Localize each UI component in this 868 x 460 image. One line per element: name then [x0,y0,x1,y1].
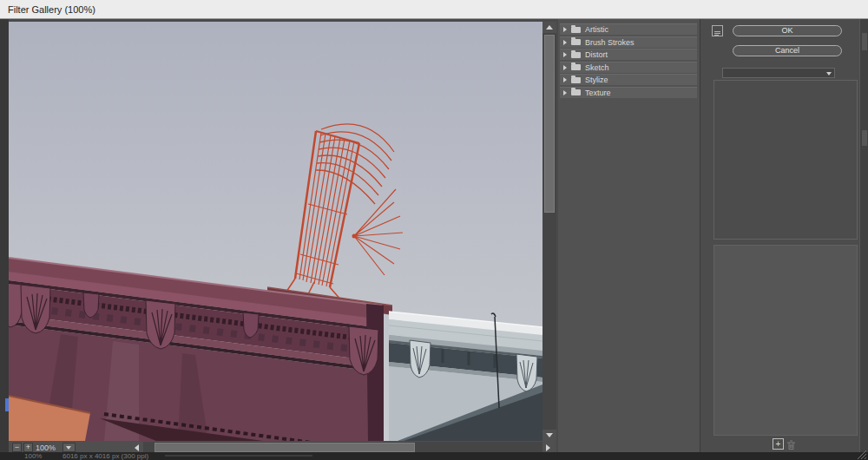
filter-category-label: Brush Strokes [585,38,635,47]
filter-category-label: Stylize [585,76,608,84]
resize-grip[interactable] [857,448,867,460]
filter-category-texture[interactable]: Texture [560,87,697,98]
arrow-down-icon [546,433,553,437]
filter-select-dropdown[interactable] [722,68,835,78]
folder-icon [571,27,581,33]
triangle-right-icon[interactable] [563,77,567,82]
zoom-level-dropdown[interactable] [62,443,76,452]
filter-category-stylize[interactable]: Stylize [560,74,697,85]
filter-category-artistic[interactable]: Artistic [560,23,697,35]
folder-icon [571,39,581,45]
background-panel-strip [859,19,868,460]
collapse-arrows-icon [713,29,722,38]
chevron-down-icon [826,72,832,76]
arrow-left-icon [135,444,139,451]
chevron-down-icon [66,446,71,450]
filter-rows: Artistic Brush Strokes Distort Sketch St [560,23,697,99]
filter-gallery-dialog: Filter Gallery (100%) [0,0,868,460]
arrow-right-icon [546,444,550,451]
ok-button[interactable]: OK [733,25,842,36]
triangle-right-icon[interactable] [563,52,567,57]
scroll-down-button[interactable] [542,430,556,441]
dialog-title: Filter Gallery (100%) [0,4,95,15]
white-building [389,312,542,441]
scroll-up-button[interactable] [542,22,556,33]
filter-category-sketch[interactable]: Sketch [560,62,697,73]
arrow-up-icon [546,25,553,30]
triangle-right-icon[interactable] [563,65,567,70]
resize-grip-icon [857,450,867,460]
folder-icon [571,89,581,95]
filter-category-brush-strokes[interactable]: Brush Strokes [560,36,697,48]
filter-category-label: Artistic [585,25,608,34]
zoom-in-button[interactable]: + [23,443,33,452]
zoom-level-value: 100% [36,444,56,452]
filter-category-label: Texture [585,89,611,97]
folder-icon [571,64,581,70]
filter-options-box [713,80,858,240]
cancel-button[interactable]: Cancel [733,45,842,56]
background-toolbar-strip [0,19,9,460]
folder-icon [571,52,581,58]
filter-category-list: Artistic Brush Strokes Distort Sketch St [558,19,700,453]
delete-effect-layer-button[interactable] [786,438,798,450]
filter-preview-area[interactable] [9,22,542,441]
collapse-filter-list-button[interactable] [712,25,723,36]
panel-edge-mark [862,33,867,50]
dialog-titlebar[interactable]: Filter Gallery (100%) [0,0,868,19]
status-scroll-band [165,455,312,457]
zoom-out-button[interactable]: − [12,443,22,452]
effect-layers-box [713,245,858,436]
preview-vertical-scrollbar[interactable] [542,22,556,441]
filter-category-label: Distort [585,50,608,59]
vertical-scroll-thumb[interactable] [544,35,555,213]
status-zoom-level: 100% [24,452,42,460]
filter-category-label: Sketch [585,63,609,72]
triangle-right-icon[interactable] [563,90,567,95]
triangle-right-icon[interactable] [563,27,567,32]
triangle-right-icon[interactable] [563,40,567,45]
new-effect-layer-button[interactable]: + [773,438,784,450]
trash-icon [786,440,796,450]
preview-photo [9,22,542,441]
status-bar: 100% 6016 px x 4016 px (300 ppi) [0,452,868,460]
status-document-info: 6016 px x 4016 px (300 ppi) [62,452,148,460]
filter-category-distort[interactable]: Distort [560,49,697,60]
filter-settings-panel: OK Cancel + [700,19,859,453]
horizontal-scroll-thumb[interactable] [155,443,415,452]
folder-icon [571,77,581,83]
panel-edge-mark [862,130,867,146]
